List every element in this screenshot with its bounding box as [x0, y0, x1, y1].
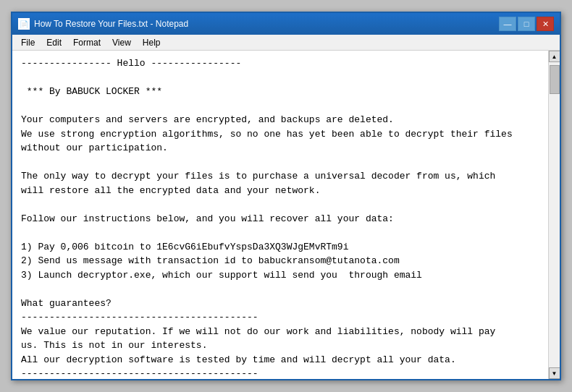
- notepad-window: 📄 How To Restore Your Files.txt - Notepa…: [11, 12, 561, 380]
- content-area: ---------------- Hello ---------------- …: [12, 51, 560, 379]
- minimize-button[interactable]: —: [499, 17, 516, 31]
- scroll-track[interactable]: [549, 62, 560, 367]
- scroll-thumb[interactable]: [550, 65, 560, 94]
- menu-edit[interactable]: Edit: [41, 36, 67, 49]
- text-editor[interactable]: ---------------- Hello ---------------- …: [12, 51, 548, 379]
- scroll-up-button[interactable]: ▲: [549, 51, 560, 62]
- menu-help[interactable]: Help: [137, 36, 167, 49]
- menu-file[interactable]: File: [15, 36, 41, 49]
- window-title: How To Restore Your Files.txt - Notepad: [34, 19, 188, 29]
- window-controls: — □ ✕: [499, 17, 554, 31]
- scroll-down-button[interactable]: ▼: [549, 367, 560, 379]
- menu-view[interactable]: View: [106, 36, 137, 49]
- maximize-button[interactable]: □: [518, 17, 535, 31]
- scrollbar: ▲ ▼: [548, 51, 560, 379]
- close-button[interactable]: ✕: [537, 17, 554, 31]
- menu-format[interactable]: Format: [67, 36, 106, 49]
- menu-bar: File Edit Format View Help: [12, 35, 560, 51]
- title-bar-left: 📄 How To Restore Your Files.txt - Notepa…: [18, 18, 188, 30]
- title-bar: 📄 How To Restore Your Files.txt - Notepa…: [12, 13, 560, 35]
- content-wrapper: ---------------- Hello ---------------- …: [12, 51, 548, 379]
- app-icon: 📄: [18, 18, 30, 30]
